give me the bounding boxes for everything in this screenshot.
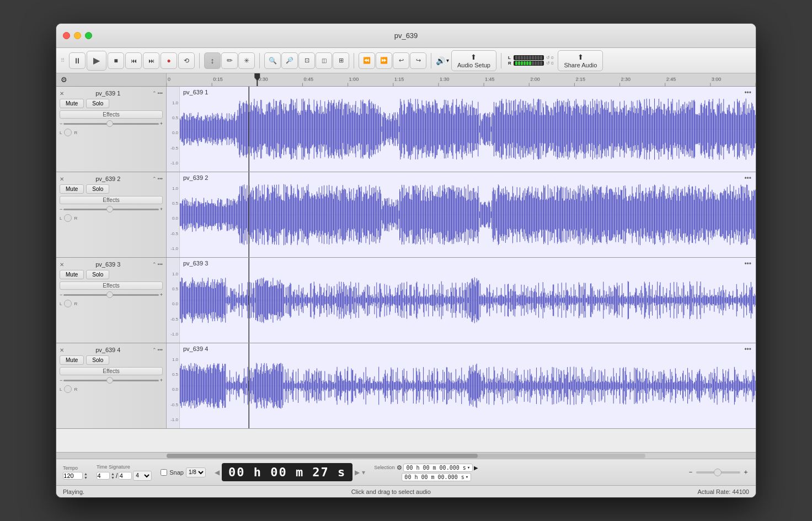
waveform-area-3[interactable]: pv_639 3 ••• 1.0 0.5 0.0 -0.5 -1.0 — [167, 258, 756, 343]
tracks-scroll[interactable]: ✕ pv_639 1 ⌃ ••• Mute Solo Effects − + — [56, 87, 756, 452]
waveform-more-1[interactable]: ••• — [744, 89, 751, 97]
undo-button[interactable]: ↩ — [393, 52, 409, 69]
selection-end-arrow[interactable]: ▾ — [466, 474, 468, 480]
tempo-input[interactable] — [63, 472, 83, 480]
solo-button-1[interactable]: Solo — [86, 99, 109, 108]
fader-thumb-4[interactable] — [106, 377, 113, 384]
time-nav-right[interactable]: ▶ — [355, 469, 360, 476]
tempo-down-arrow[interactable]: ▼ — [84, 476, 88, 480]
zoom-fit-button[interactable]: ⊡ — [298, 52, 315, 69]
vu-right-bar — [514, 61, 544, 66]
scrollbar-thumb[interactable] — [167, 454, 478, 458]
redo-button[interactable]: ↪ — [410, 52, 426, 69]
time-sig-numerator[interactable] — [97, 472, 110, 480]
next-marker-button[interactable]: ⏩ — [376, 52, 392, 69]
play-selection-btn[interactable]: ▶ — [474, 465, 478, 471]
pencil-tool-button[interactable]: ✏ — [221, 52, 238, 69]
track-close-4[interactable]: ✕ — [60, 347, 64, 353]
playback-rate-slider[interactable] — [696, 471, 740, 474]
time-sig-den-select[interactable]: 4816 — [133, 471, 152, 481]
pan-knob-2[interactable] — [64, 214, 72, 222]
time-sig-denominator[interactable] — [119, 472, 132, 480]
waveform-area-4[interactable]: pv_639 4 ••• 1.0 0.5 0.0 -0.5 -1.0 — [167, 343, 756, 428]
playback-rate-thumb[interactable] — [714, 469, 722, 476]
waveform-area-2[interactable]: pv_639 2 ••• 1.0 0.5 0.0 -0.5 -1.0 — [167, 172, 756, 257]
eraser-tool-button[interactable]: ✳ — [238, 52, 255, 69]
loop-button[interactable]: ⟲ — [178, 52, 195, 69]
minimize-button[interactable] — [74, 32, 81, 39]
fader-thumb-2[interactable] — [106, 206, 113, 212]
snap-checkbox[interactable] — [161, 469, 167, 476]
zoom-in-button[interactable]: 🔍 — [264, 52, 281, 69]
waveform-area-1[interactable]: pv_639 1 ••• 1.0 0.5 0.0 -0.5 -1.0 — [167, 87, 756, 172]
time-sig-num-down[interactable]: ▼ — [111, 476, 115, 480]
track-collapse-3[interactable]: ⌃ — [152, 262, 157, 267]
playback-minus[interactable]: － — [687, 467, 694, 477]
audio-setup-label: Audio Setup — [457, 62, 490, 68]
solo-button-4[interactable]: Solo — [86, 355, 109, 365]
track-menu-2[interactable]: ••• — [158, 176, 163, 182]
track-collapse-2[interactable]: ⌃ — [152, 176, 157, 182]
effects-button-2[interactable]: Effects — [60, 196, 163, 204]
fader-plus-2: + — [160, 206, 163, 212]
maximize-button[interactable] — [85, 32, 92, 39]
vu-reset-btn-r[interactable]: ↺ — [546, 61, 550, 66]
fast-forward-button[interactable]: ⏭ — [143, 52, 159, 69]
tempo-up-arrow[interactable]: ▲ — [84, 472, 88, 476]
track-close-3[interactable]: ✕ — [60, 262, 64, 268]
scrollbar-track — [167, 454, 645, 458]
share-audio-button[interactable]: ⬆ Share Audio — [558, 50, 603, 71]
zoom-selection-button[interactable]: ◫ — [316, 52, 332, 69]
rewind-button[interactable]: ⏮ — [125, 52, 142, 69]
snap-value-select[interactable]: 1/81/41/21 — [186, 467, 206, 477]
prev-marker-button[interactable]: ⏪ — [359, 52, 375, 69]
waveform-more-4[interactable]: ••• — [744, 345, 751, 353]
record-button[interactable]: ● — [161, 52, 177, 69]
fader-track-3[interactable] — [63, 294, 158, 296]
track-close-1[interactable]: ✕ — [60, 91, 64, 97]
track-menu-1[interactable]: ••• — [158, 91, 163, 96]
time-sig-num-up[interactable]: ▲ — [111, 472, 115, 476]
horizontal-scrollbar[interactable] — [56, 452, 756, 459]
pause-button[interactable]: ⏸ — [69, 52, 86, 69]
mute-button-1[interactable]: Mute — [60, 99, 84, 108]
waveform-more-2[interactable]: ••• — [744, 174, 751, 182]
cursor-tool-button[interactable]: ↕ — [204, 52, 221, 69]
stop-button[interactable]: ■ — [108, 52, 124, 69]
mute-button-3[interactable]: Mute — [60, 270, 84, 279]
track-menu-4[interactable]: ••• — [158, 347, 163, 353]
fader-track-4[interactable] — [63, 380, 158, 381]
pan-knob-3[interactable] — [64, 300, 72, 307]
solo-button-3[interactable]: Solo — [86, 270, 109, 279]
fader-track-1[interactable] — [63, 123, 158, 125]
close-button[interactable] — [63, 32, 70, 39]
zoom-out-button[interactable]: 🔎 — [281, 52, 298, 69]
fader-thumb-1[interactable] — [106, 120, 113, 127]
zoom-reset-button[interactable]: ⊞ — [333, 52, 349, 69]
vu-seg-active — [529, 61, 531, 65]
track-menu-3[interactable]: ••• — [158, 262, 163, 267]
effects-button-3[interactable]: Effects — [60, 281, 163, 290]
track-close-2[interactable]: ✕ — [60, 176, 64, 182]
pan-knob-4[interactable] — [64, 385, 72, 393]
time-display-arrow[interactable]: ▾ — [362, 469, 365, 476]
track-collapse-1[interactable]: ⌃ — [152, 91, 157, 96]
audio-setup-button[interactable]: ⬆ Audio Setup — [451, 50, 496, 71]
vu-reset-btn[interactable]: ↺ — [546, 55, 550, 60]
mute-button-2[interactable]: Mute — [60, 184, 84, 194]
playback-plus[interactable]: ＋ — [742, 467, 749, 477]
waveform-more-3[interactable]: ••• — [744, 260, 751, 268]
solo-button-2[interactable]: Solo — [86, 184, 109, 194]
effects-button-4[interactable]: Effects — [60, 367, 163, 375]
pan-knob-1[interactable] — [64, 129, 72, 136]
play-button[interactable]: ▶ — [87, 51, 106, 71]
track-collapse-4[interactable]: ⌃ — [152, 347, 157, 353]
time-nav-left[interactable]: ◀ — [215, 469, 220, 476]
settings-gear-icon-2[interactable]: ⚙ — [397, 464, 402, 471]
fader-thumb-3[interactable] — [106, 291, 113, 298]
mute-button-4[interactable]: Mute — [60, 355, 84, 365]
fader-track-2[interactable] — [63, 209, 158, 210]
selection-start-arrow[interactable]: ▾ — [467, 465, 470, 470]
effects-button-1[interactable]: Effects — [60, 110, 163, 119]
settings-gear-icon[interactable]: ⚙ — [61, 76, 67, 84]
